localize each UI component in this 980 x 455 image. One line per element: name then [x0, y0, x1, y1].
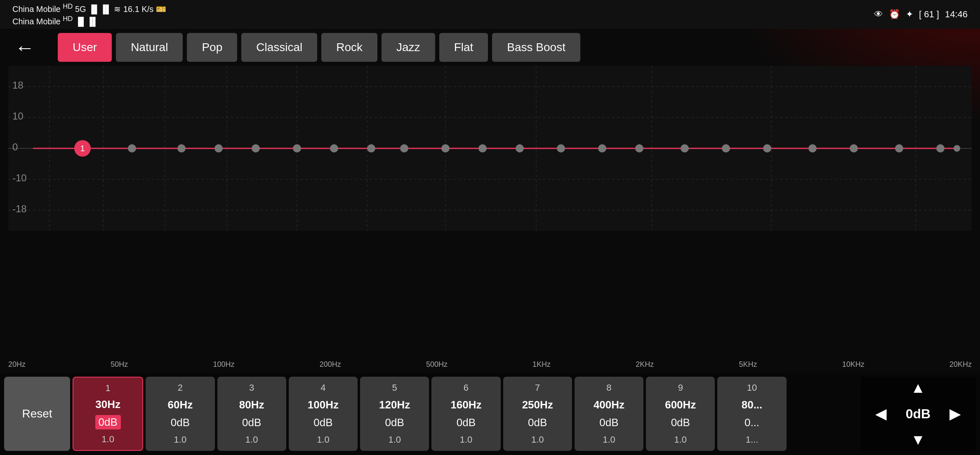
- eq-chart-container: 18 10 0 -10 -18 1: [0, 66, 980, 231]
- carrier2-text: China Mobile HD ▐▌▐▌: [12, 15, 166, 26]
- band-3-q: 1.0: [245, 434, 258, 445]
- alarm-icon: ⏰: [889, 9, 900, 20]
- band-7[interactable]: 7 250Hz 0dB 1.0: [503, 377, 572, 451]
- svg-point-36: [557, 144, 565, 152]
- band-3-freq: 80Hz: [239, 399, 264, 411]
- band-8-num: 8: [606, 382, 611, 393]
- preset-classical[interactable]: Classical: [241, 33, 317, 62]
- svg-text:0: 0: [12, 141, 18, 152]
- band-9-q: 1.0: [674, 434, 687, 445]
- band-prev-button[interactable]: ◀: [869, 401, 893, 426]
- preset-pop[interactable]: Pop: [187, 33, 237, 62]
- time-display: 14:46: [945, 9, 968, 20]
- freq-20khz: 20KHz: [949, 360, 972, 369]
- svg-text:10: 10: [12, 110, 24, 122]
- svg-point-31: [367, 144, 375, 152]
- freq-500hz: 500Hz: [426, 360, 448, 369]
- freq-20hz: 20Hz: [8, 360, 26, 369]
- svg-point-25: [128, 144, 136, 152]
- band-3-num: 3: [249, 382, 254, 393]
- band-1-db: 0dB: [95, 415, 121, 429]
- freq-1khz: 1KHz: [532, 360, 551, 369]
- preset-user[interactable]: User: [58, 33, 112, 62]
- svg-text:-18: -18: [12, 203, 27, 214]
- preset-flat[interactable]: Flat: [439, 33, 488, 62]
- band-4-freq: 100Hz: [308, 399, 339, 411]
- freq-2khz: 2KHz: [636, 360, 654, 369]
- svg-point-39: [681, 144, 689, 152]
- svg-point-42: [808, 144, 817, 152]
- band-6-q: 1.0: [460, 434, 473, 445]
- band-6[interactable]: 6 160Hz 0dB 1.0: [431, 377, 500, 451]
- band-9-num: 9: [678, 382, 683, 393]
- band-9[interactable]: 9 600Hz 0dB 1.0: [646, 377, 715, 451]
- preset-natural[interactable]: Natural: [116, 33, 183, 62]
- svg-point-32: [400, 144, 408, 152]
- preset-bass-boost[interactable]: Bass Boost: [492, 33, 580, 62]
- band-9-db: 0dB: [671, 416, 690, 429]
- band-next-button[interactable]: ▶: [943, 401, 968, 426]
- band-5[interactable]: 5 120Hz 0dB 1.0: [360, 377, 429, 451]
- status-left: China Mobile HD 5G ▐▌▐▌ ≋ 16.1 K/s 🎫 Chi…: [12, 2, 166, 26]
- svg-point-41: [763, 144, 771, 152]
- back-arrow-icon: ←: [15, 36, 35, 59]
- band-8[interactable]: 8 400Hz 0dB 1.0: [575, 377, 643, 451]
- svg-point-46: [954, 145, 960, 152]
- status-right: 👁 ⏰ ✦ [ 61 ] 14:46: [874, 9, 968, 20]
- svg-point-38: [635, 144, 643, 152]
- band-6-freq: 160Hz: [450, 399, 481, 411]
- band-4[interactable]: 4 100Hz 0dB 1.0: [289, 377, 358, 451]
- band-10-q: 1...: [746, 434, 759, 445]
- band-5-db: 0dB: [385, 416, 404, 429]
- freq-axis: 20Hz 50Hz 100Hz 200Hz 500Hz 1KHz 2KHz 5K…: [8, 358, 972, 371]
- band-2[interactable]: 2 60Hz 0dB 1.0: [146, 377, 214, 451]
- band-8-q: 1.0: [603, 434, 615, 445]
- svg-point-27: [214, 144, 223, 152]
- band-10[interactable]: 10 80... 0... 1...: [717, 377, 786, 451]
- svg-text:1: 1: [80, 144, 85, 153]
- svg-point-45: [936, 144, 945, 152]
- current-db-display: 0dB: [902, 406, 935, 422]
- band-2-freq: 60Hz: [168, 399, 193, 411]
- db-lr-row: ◀ 0dB ▶: [869, 401, 968, 426]
- band-5-freq: 120Hz: [379, 399, 410, 411]
- band-1-q: 1.0: [101, 434, 114, 445]
- back-button[interactable]: ←: [8, 33, 41, 62]
- preset-rock[interactable]: Rock: [321, 33, 377, 62]
- eq-chart-svg: 18 10 0 -10 -18 1: [8, 66, 972, 231]
- band-controls: Reset 1 30Hz 0dB 1.0 2 60Hz 0dB 1.0 3 80…: [0, 373, 980, 455]
- db-down-button[interactable]: ▼: [906, 429, 931, 451]
- band-10-db: 0...: [744, 416, 759, 429]
- band-9-freq: 600Hz: [665, 399, 696, 411]
- svg-point-44: [895, 144, 903, 152]
- svg-point-33: [441, 144, 450, 152]
- band-6-num: 6: [464, 382, 469, 393]
- battery-display: [ 61 ]: [919, 9, 939, 20]
- band-8-db: 0dB: [599, 416, 618, 429]
- band-1-freq: 30Hz: [95, 398, 120, 411]
- band-10-freq: 80...: [742, 399, 763, 411]
- db-up-button[interactable]: ▲: [906, 377, 931, 399]
- svg-text:-10: -10: [12, 172, 27, 183]
- band-6-db: 0dB: [457, 416, 476, 429]
- reset-button[interactable]: Reset: [4, 377, 70, 451]
- svg-point-35: [516, 144, 524, 152]
- svg-point-43: [850, 144, 858, 152]
- freq-100hz: 100Hz: [213, 360, 234, 369]
- preset-jazz[interactable]: Jazz: [382, 33, 435, 62]
- eq-chart[interactable]: 18 10 0 -10 -18 1: [8, 66, 972, 231]
- svg-point-34: [478, 144, 487, 152]
- band-8-freq: 400Hz: [594, 399, 624, 411]
- svg-point-40: [722, 144, 730, 152]
- band-2-db: 0dB: [171, 416, 190, 429]
- freq-200hz: 200Hz: [320, 360, 341, 369]
- band-4-db: 0dB: [313, 416, 332, 429]
- freq-5khz: 5KHz: [739, 360, 757, 369]
- freq-10khz: 10KHz: [842, 360, 865, 369]
- band-4-num: 4: [320, 382, 325, 393]
- band-2-q: 1.0: [174, 434, 187, 445]
- carrier1-text: China Mobile HD 5G ▐▌▐▌ ≋ 16.1 K/s 🎫: [12, 2, 166, 14]
- band-1[interactable]: 1 30Hz 0dB 1.0: [73, 377, 143, 451]
- band-3[interactable]: 3 80Hz 0dB 1.0: [217, 377, 286, 451]
- band-3-db: 0dB: [242, 416, 261, 429]
